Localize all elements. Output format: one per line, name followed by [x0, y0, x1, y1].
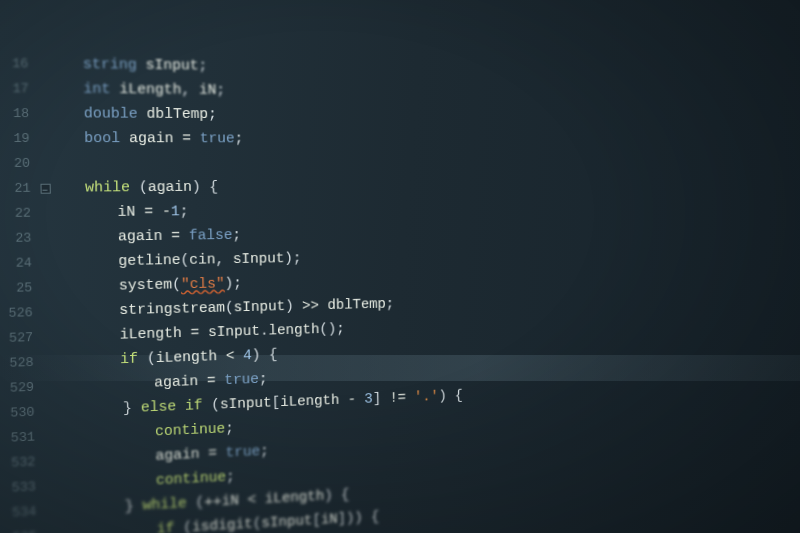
line-number: 527 [0, 325, 41, 351]
token-pn: , [215, 251, 233, 268]
token-bl: true [225, 443, 260, 461]
token-kw: while [85, 179, 130, 196]
token-id: iLength [156, 348, 226, 367]
token-id: sInput [208, 323, 260, 341]
code-content[interactable]: double dblTemp; [51, 101, 800, 129]
token-pn: ; [198, 58, 207, 75]
token-op: = [171, 228, 189, 245]
token-pn: ) { [324, 487, 349, 504]
token-pn: ; [259, 371, 268, 388]
line-number: 533 [0, 474, 44, 501]
token-ty: string [83, 56, 137, 73]
token-id: sInput [220, 395, 272, 413]
token-id: again [118, 228, 172, 245]
fold-gutter[interactable] [44, 498, 60, 499]
fold-gutter[interactable] [42, 399, 58, 400]
token-kw: while [142, 495, 186, 514]
token-id: iN [199, 82, 217, 99]
token-bl: true [224, 371, 259, 389]
token-pn: ; [386, 296, 395, 312]
line-number: 17 [0, 76, 37, 101]
line-number: 530 [0, 399, 43, 426]
token-pn: ) { [438, 388, 463, 405]
token-pn: ; [260, 443, 269, 460]
line-number: 24 [0, 250, 40, 276]
line-number: 21 [0, 176, 39, 201]
token-id: iLength [120, 325, 191, 344]
token-pn: } [123, 400, 141, 417]
line-number: 19 [0, 126, 38, 151]
token-pn: ; [208, 106, 217, 123]
line-number: 22 [0, 201, 39, 226]
fold-gutter[interactable] [45, 523, 61, 524]
code-line[interactable]: 19bool again = true; [0, 126, 800, 151]
token-op: - [348, 391, 365, 408]
token-kw: continue [155, 421, 225, 440]
token-id: iLength [110, 81, 181, 98]
line-number: 526 [0, 300, 41, 326]
token-id: again [154, 373, 207, 391]
token-pn: ( [172, 277, 181, 294]
token-pn: ; [225, 420, 234, 437]
token-pn: ] [373, 391, 390, 408]
token-pn: ; [235, 131, 244, 147]
token-pn: ( [180, 252, 189, 269]
token-id: sInput [137, 57, 199, 74]
token-id: iLength [265, 488, 325, 507]
token-op: = [208, 445, 226, 462]
line-number: 18 [0, 101, 37, 126]
token-ch: '.' [414, 389, 439, 406]
code-content[interactable]: bool again = true; [52, 126, 800, 151]
token-nm: 4 [243, 347, 252, 364]
code-line[interactable]: 18double dblTemp; [0, 101, 800, 129]
token-id: system [119, 277, 173, 295]
token-pn: ; [232, 227, 241, 244]
token-pn: ; [180, 203, 189, 220]
token-pn: ) [285, 298, 302, 315]
token-pn: (); [319, 321, 344, 338]
token-pn: ; [226, 469, 235, 486]
token-pn: ); [284, 250, 301, 267]
line-number: 532 [0, 449, 44, 476]
token-op: >> [302, 298, 328, 315]
token-pn: ; [216, 82, 225, 99]
token-kw: continue [156, 469, 226, 489]
line-number: 534 [0, 499, 45, 527]
token-pn: ) { [252, 347, 278, 364]
token-pn: } [125, 498, 143, 516]
code-editor[interactable]: 16string sInput;17int iLength, iN;18doub… [0, 0, 800, 533]
token-id: again [120, 130, 182, 147]
token-id: stringstream [119, 300, 225, 319]
token-id: again [148, 179, 192, 196]
line-number: 528 [0, 350, 42, 376]
token-id: again [155, 446, 208, 465]
line-number: 531 [0, 424, 43, 451]
token-ty: bool [84, 130, 120, 147]
token-op: < [226, 348, 244, 365]
token-pn: ( [202, 397, 220, 414]
fold-gutter[interactable] [43, 448, 59, 449]
token-id: dblTemp [327, 296, 386, 313]
line-number: 535 [0, 524, 45, 533]
line-number: 529 [0, 375, 42, 402]
token-id: length [268, 322, 319, 340]
code-line[interactable]: 20 [0, 151, 800, 176]
token-id: sInput [261, 513, 312, 532]
line-number: 23 [0, 226, 40, 252]
token-op: ++ [204, 494, 222, 511]
token-id: iN [321, 511, 338, 528]
token-id: iLength [280, 392, 348, 411]
token-ty: int [83, 81, 110, 98]
fold-gutter[interactable] [43, 424, 59, 425]
token-kw: else if [141, 397, 203, 416]
token-bl: true [200, 131, 235, 148]
token-pn: ( [253, 516, 262, 533]
fold-gutter[interactable] [44, 473, 60, 474]
token-id: getline [118, 252, 180, 270]
token-id: dblTemp [137, 106, 208, 123]
token-op: != [389, 390, 414, 407]
token-pn: ( [138, 350, 156, 367]
token-id: cin [189, 252, 216, 269]
token-op: = [190, 325, 208, 342]
token-op: = [182, 131, 200, 148]
